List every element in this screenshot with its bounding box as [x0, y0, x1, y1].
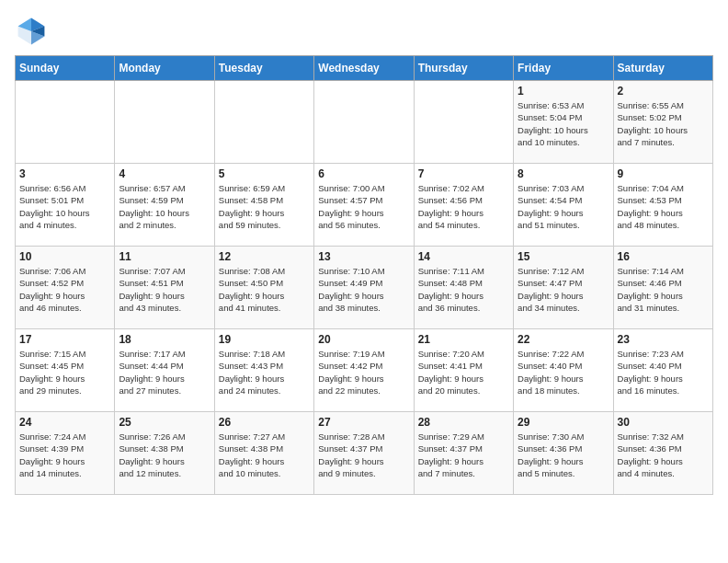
day-info: Sunrise: 6:57 AM Sunset: 4:59 PM Dayligh…: [119, 182, 210, 231]
day-info: Sunrise: 7:06 AM Sunset: 4:52 PM Dayligh…: [19, 265, 110, 314]
day-number: 20: [318, 333, 409, 346]
day-number: 23: [618, 333, 709, 346]
day-info: Sunrise: 7:03 AM Sunset: 4:54 PM Dayligh…: [518, 182, 609, 231]
day-info: Sunrise: 7:18 AM Sunset: 4:43 PM Dayligh…: [219, 348, 310, 396]
weekday-header-cell: Monday: [115, 56, 214, 81]
day-number: 13: [318, 250, 409, 263]
calendar-day-cell: 17Sunrise: 7:15 AM Sunset: 4:45 PM Dayli…: [16, 329, 115, 412]
calendar-week-row: 24Sunrise: 7:24 AM Sunset: 4:39 PM Dayli…: [16, 412, 713, 495]
calendar-day-cell: [16, 81, 115, 164]
calendar-day-cell: 19Sunrise: 7:18 AM Sunset: 4:43 PM Dayli…: [214, 329, 313, 412]
day-number: 30: [618, 416, 709, 429]
day-info: Sunrise: 7:28 AM Sunset: 4:37 PM Dayligh…: [318, 431, 409, 479]
day-number: 19: [219, 333, 310, 346]
calendar-day-cell: [314, 81, 414, 164]
day-number: 8: [518, 167, 609, 180]
day-info: Sunrise: 6:56 AM Sunset: 5:01 PM Dayligh…: [19, 182, 110, 231]
calendar-week-row: 17Sunrise: 7:15 AM Sunset: 4:45 PM Dayli…: [16, 329, 713, 412]
calendar-day-cell: 29Sunrise: 7:30 AM Sunset: 4:36 PM Dayli…: [514, 412, 613, 495]
day-number: 10: [19, 250, 110, 263]
calendar-day-cell: 5Sunrise: 6:59 AM Sunset: 4:58 PM Daylig…: [214, 164, 313, 247]
calendar-day-cell: 10Sunrise: 7:06 AM Sunset: 4:52 PM Dayli…: [16, 247, 115, 329]
day-number: 27: [318, 416, 409, 429]
day-info: Sunrise: 7:22 AM Sunset: 4:40 PM Dayligh…: [518, 348, 609, 396]
calendar-day-cell: 20Sunrise: 7:19 AM Sunset: 4:42 PM Dayli…: [314, 329, 414, 412]
day-number: 16: [618, 250, 709, 263]
day-info: Sunrise: 7:30 AM Sunset: 4:36 PM Dayligh…: [518, 431, 609, 479]
day-info: Sunrise: 6:55 AM Sunset: 5:02 PM Dayligh…: [618, 99, 709, 148]
calendar-day-cell: 2Sunrise: 6:55 AM Sunset: 5:02 PM Daylig…: [613, 81, 712, 164]
day-info: Sunrise: 7:19 AM Sunset: 4:42 PM Dayligh…: [318, 348, 409, 396]
day-number: 26: [219, 416, 310, 429]
calendar-day-cell: 14Sunrise: 7:11 AM Sunset: 4:48 PM Dayli…: [414, 247, 513, 329]
day-number: 1: [518, 85, 609, 98]
calendar-day-cell: 4Sunrise: 6:57 AM Sunset: 4:59 PM Daylig…: [115, 164, 214, 247]
calendar-week-row: 1Sunrise: 6:53 AM Sunset: 5:04 PM Daylig…: [16, 81, 713, 164]
day-info: Sunrise: 6:59 AM Sunset: 4:58 PM Dayligh…: [219, 182, 310, 231]
calendar-day-cell: 28Sunrise: 7:29 AM Sunset: 4:37 PM Dayli…: [414, 412, 513, 495]
calendar-day-cell: [214, 81, 313, 164]
calendar-day-cell: 22Sunrise: 7:22 AM Sunset: 4:40 PM Dayli…: [514, 329, 613, 412]
calendar-day-cell: 9Sunrise: 7:04 AM Sunset: 4:53 PM Daylig…: [613, 164, 712, 247]
calendar-week-row: 3Sunrise: 6:56 AM Sunset: 5:01 PM Daylig…: [16, 164, 713, 247]
day-number: 17: [19, 333, 110, 346]
calendar-day-cell: 15Sunrise: 7:12 AM Sunset: 4:47 PM Dayli…: [514, 247, 613, 329]
calendar-day-cell: 12Sunrise: 7:08 AM Sunset: 4:50 PM Dayli…: [214, 247, 313, 329]
weekday-header-cell: Saturday: [613, 56, 712, 81]
calendar-week-row: 10Sunrise: 7:06 AM Sunset: 4:52 PM Dayli…: [16, 247, 713, 329]
day-number: 24: [19, 416, 110, 429]
day-number: 25: [119, 416, 210, 429]
day-info: Sunrise: 7:08 AM Sunset: 4:50 PM Dayligh…: [219, 265, 310, 314]
day-number: 2: [618, 85, 709, 98]
calendar-day-cell: [115, 81, 214, 164]
calendar-day-cell: 8Sunrise: 7:03 AM Sunset: 4:54 PM Daylig…: [514, 164, 613, 247]
calendar-day-cell: 3Sunrise: 6:56 AM Sunset: 5:01 PM Daylig…: [16, 164, 115, 247]
day-info: Sunrise: 7:24 AM Sunset: 4:39 PM Dayligh…: [19, 431, 110, 479]
day-number: 28: [418, 416, 509, 429]
weekday-header-cell: Tuesday: [214, 56, 313, 81]
day-info: Sunrise: 7:02 AM Sunset: 4:56 PM Dayligh…: [418, 182, 509, 231]
calendar-table: SundayMondayTuesdayWednesdayThursdayFrid…: [15, 55, 713, 495]
calendar-day-cell: [414, 81, 513, 164]
day-info: Sunrise: 7:26 AM Sunset: 4:38 PM Dayligh…: [119, 431, 210, 479]
day-info: Sunrise: 7:27 AM Sunset: 4:38 PM Dayligh…: [219, 431, 310, 479]
calendar-day-cell: 1Sunrise: 6:53 AM Sunset: 5:04 PM Daylig…: [514, 81, 613, 164]
weekday-header-cell: Wednesday: [314, 56, 414, 81]
weekday-header-cell: Friday: [514, 56, 613, 81]
day-info: Sunrise: 7:20 AM Sunset: 4:41 PM Dayligh…: [418, 348, 509, 396]
day-info: Sunrise: 6:53 AM Sunset: 5:04 PM Dayligh…: [518, 99, 609, 148]
day-info: Sunrise: 7:11 AM Sunset: 4:48 PM Dayligh…: [418, 265, 509, 314]
calendar-day-cell: 25Sunrise: 7:26 AM Sunset: 4:38 PM Dayli…: [115, 412, 214, 495]
calendar-day-cell: 18Sunrise: 7:17 AM Sunset: 4:44 PM Dayli…: [115, 329, 214, 412]
calendar-day-cell: 21Sunrise: 7:20 AM Sunset: 4:41 PM Dayli…: [414, 329, 513, 412]
day-info: Sunrise: 7:32 AM Sunset: 4:36 PM Dayligh…: [618, 431, 709, 479]
calendar-day-cell: 30Sunrise: 7:32 AM Sunset: 4:36 PM Dayli…: [613, 412, 712, 495]
day-info: Sunrise: 7:17 AM Sunset: 4:44 PM Dayligh…: [119, 348, 210, 396]
day-info: Sunrise: 7:10 AM Sunset: 4:49 PM Dayligh…: [318, 265, 409, 314]
weekday-header-cell: Thursday: [414, 56, 513, 81]
calendar-day-cell: 16Sunrise: 7:14 AM Sunset: 4:46 PM Dayli…: [613, 247, 712, 329]
day-number: 9: [618, 167, 709, 180]
calendar-day-cell: 6Sunrise: 7:00 AM Sunset: 4:57 PM Daylig…: [314, 164, 414, 247]
day-number: 4: [119, 167, 210, 180]
day-number: 11: [119, 250, 210, 263]
calendar-day-cell: 23Sunrise: 7:23 AM Sunset: 4:40 PM Dayli…: [613, 329, 712, 412]
day-info: Sunrise: 7:00 AM Sunset: 4:57 PM Dayligh…: [318, 182, 409, 231]
calendar-day-cell: 24Sunrise: 7:24 AM Sunset: 4:39 PM Dayli…: [16, 412, 115, 495]
page-header: [15, 15, 713, 48]
day-info: Sunrise: 7:04 AM Sunset: 4:53 PM Dayligh…: [618, 182, 709, 231]
day-info: Sunrise: 7:29 AM Sunset: 4:37 PM Dayligh…: [418, 431, 509, 479]
day-info: Sunrise: 7:23 AM Sunset: 4:40 PM Dayligh…: [618, 348, 709, 396]
day-number: 29: [518, 416, 609, 429]
calendar-day-cell: 11Sunrise: 7:07 AM Sunset: 4:51 PM Dayli…: [115, 247, 214, 329]
calendar-day-cell: 27Sunrise: 7:28 AM Sunset: 4:37 PM Dayli…: [314, 412, 414, 495]
weekday-header-row: SundayMondayTuesdayWednesdayThursdayFrid…: [16, 56, 713, 81]
calendar-day-cell: 26Sunrise: 7:27 AM Sunset: 4:38 PM Dayli…: [214, 412, 313, 495]
day-info: Sunrise: 7:12 AM Sunset: 4:47 PM Dayligh…: [518, 265, 609, 314]
day-info: Sunrise: 7:07 AM Sunset: 4:51 PM Dayligh…: [119, 265, 210, 314]
logo-icon: [15, 15, 48, 48]
weekday-header-cell: Sunday: [16, 56, 115, 81]
day-number: 7: [418, 167, 509, 180]
day-number: 14: [418, 250, 509, 263]
calendar-body: 1Sunrise: 6:53 AM Sunset: 5:04 PM Daylig…: [16, 81, 713, 495]
